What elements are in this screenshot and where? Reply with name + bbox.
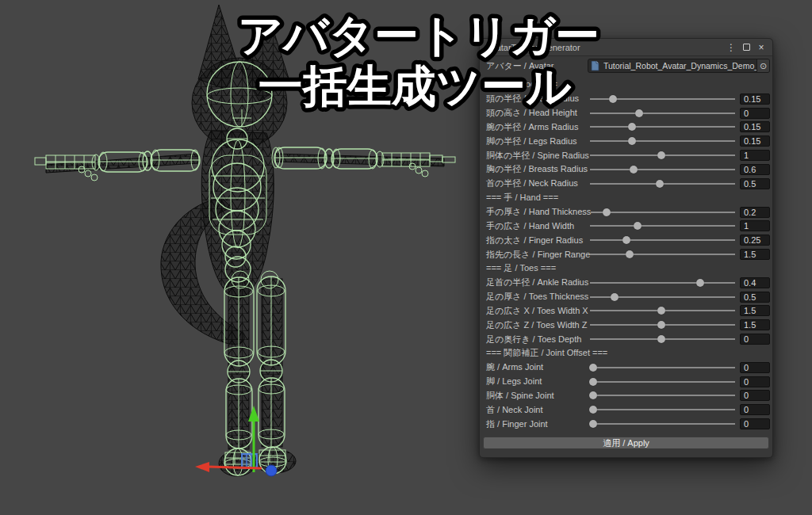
slider-thumb-icon[interactable] (696, 279, 704, 287)
slider-thumb-icon[interactable] (622, 236, 630, 244)
parameter-slider[interactable] (590, 391, 735, 400)
parameter-slider[interactable] (590, 306, 735, 315)
avatar-object-field[interactable]: Tutorial_Robot_Avatar_Dynamics_Demo_ ⊙ (588, 59, 770, 73)
slider-thumb-icon[interactable] (657, 307, 665, 315)
slider-thumb-icon[interactable] (628, 123, 636, 131)
parameter-value-field[interactable]: 0.5 (740, 292, 770, 303)
slider-thumb-icon[interactable] (589, 420, 597, 428)
parameter-slider[interactable] (590, 292, 735, 302)
parameter-slider[interactable] (590, 165, 735, 174)
slider-thumb-icon[interactable] (626, 250, 634, 258)
parameter-value-field[interactable]: 0 (740, 376, 770, 387)
slider-track[interactable] (590, 282, 735, 284)
parameter-slider[interactable] (590, 250, 735, 259)
parameter-row: 腕 / Arms Joint 0 (480, 360, 772, 375)
parameter-slider[interactable] (590, 122, 735, 132)
parameter-value-field[interactable]: 1 (740, 220, 770, 231)
slider-track[interactable] (590, 367, 735, 368)
slider-track[interactable] (590, 239, 735, 241)
parameter-slider[interactable] (590, 278, 735, 288)
parameter-label: 指の太さ / Finger Radius (486, 235, 590, 246)
slider-track[interactable] (590, 169, 735, 170)
parameter-value-field[interactable]: 0.5 (740, 178, 770, 189)
parameter-row: 胴体 / Spine Joint 0 (480, 389, 772, 403)
panel-titlebar[interactable]: AvatarTrigger Generator ⋮ × (480, 39, 772, 56)
parameter-slider[interactable] (590, 136, 735, 146)
parameter-value-field[interactable]: 0.6 (740, 164, 770, 175)
parameter-value-field[interactable]: 1.5 (740, 249, 770, 260)
parameter-value-field[interactable]: 0.2 (740, 207, 770, 218)
parameter-slider[interactable] (590, 179, 735, 189)
slider-track[interactable] (590, 395, 735, 396)
parameter-slider[interactable] (590, 405, 735, 414)
parameter-value-field[interactable]: 0 (740, 404, 770, 415)
slider-track[interactable] (590, 254, 735, 255)
parameter-label: 足首の半径 / Ankle Radius (486, 277, 590, 288)
parameter-slider[interactable] (590, 419, 735, 429)
parameter-slider[interactable] (590, 109, 735, 118)
slider-thumb-icon[interactable] (635, 109, 643, 117)
slider-thumb-icon[interactable] (657, 321, 665, 329)
parameter-slider[interactable] (590, 235, 735, 245)
apply-button[interactable]: 適用 / Apply (483, 437, 769, 449)
slider-thumb-icon[interactable] (589, 391, 597, 399)
close-icon[interactable]: × (755, 41, 768, 54)
parameter-value-field[interactable]: 0 (740, 362, 770, 373)
slider-thumb-icon[interactable] (630, 166, 638, 174)
slider-thumb-icon[interactable] (657, 335, 665, 343)
parameter-value-field[interactable]: 1.5 (740, 305, 770, 316)
section-header-row: === 手 / Hand === (480, 191, 772, 205)
parameter-value-field[interactable]: 1.5 (740, 319, 770, 330)
maximize-icon[interactable] (740, 41, 753, 54)
slider-track[interactable] (591, 212, 735, 213)
kebab-menu-icon[interactable]: ⋮ (725, 41, 737, 54)
parameter-value-field[interactable]: 0.15 (740, 93, 770, 105)
slider-track[interactable] (590, 126, 735, 128)
parameter-slider[interactable] (590, 377, 735, 387)
parameter-row: 足の広さ Z / Toes Width Z 1.5 (480, 318, 772, 332)
slider-track[interactable] (590, 140, 735, 142)
slider-thumb-icon[interactable] (609, 95, 617, 103)
slider-thumb-icon[interactable] (657, 151, 665, 159)
slider-track[interactable] (590, 113, 735, 114)
parameter-value-field[interactable]: 0.4 (740, 277, 770, 288)
parameter-label: 足の広さ Z / Toes Width Z (486, 319, 590, 331)
slider-thumb-icon[interactable] (611, 293, 619, 301)
parameter-rows: === 体 / Body === 頭の半径 / Head Radius 0.15… (480, 78, 772, 431)
parameter-row: 足の厚さ / Toes Thickness 0.5 (480, 290, 772, 304)
parameter-value-field[interactable]: 0 (740, 334, 770, 345)
parameter-value-field[interactable]: 0.15 (740, 121, 770, 132)
slider-track[interactable] (590, 423, 735, 425)
parameter-value-field[interactable]: 0.25 (740, 235, 770, 246)
parameter-value-field[interactable]: 0 (740, 418, 770, 429)
parameter-slider[interactable] (590, 334, 735, 344)
slider-thumb-icon[interactable] (589, 406, 597, 414)
parameter-value-field[interactable]: 0 (740, 108, 770, 119)
parameter-label: 脚の半径 / Legs Radius (486, 135, 590, 147)
parameter-slider[interactable] (590, 320, 735, 330)
slider-track[interactable] (590, 381, 735, 383)
parameter-slider[interactable] (591, 208, 735, 217)
slider-thumb-icon[interactable] (589, 364, 597, 372)
slider-thumb-icon[interactable] (589, 378, 597, 386)
gizmo-z-axis-handle-icon[interactable] (266, 465, 277, 476)
parameter-value-field[interactable]: 0.15 (740, 135, 770, 147)
slider-thumb-icon[interactable] (656, 180, 664, 188)
parameter-label: 手の広さ / Hand Width (486, 220, 590, 232)
parameter-value-field[interactable]: 0 (740, 390, 770, 401)
object-picker-icon[interactable]: ⊙ (756, 59, 769, 72)
parameter-slider[interactable] (590, 363, 735, 372)
parameter-slider[interactable] (590, 151, 735, 160)
slider-thumb-icon[interactable] (603, 208, 611, 216)
parameter-slider[interactable] (590, 221, 735, 231)
parameter-row: 首の半径 / Neck Radius 0.5 (480, 177, 772, 191)
parameter-label: 腕 / Arms Joint (486, 361, 590, 373)
slider-track[interactable] (590, 225, 735, 227)
parameter-row: 指の太さ / Finger Radius 0.25 (480, 233, 772, 247)
section-header-label: === 手 / Hand === (486, 192, 770, 204)
parameter-value-field[interactable]: 1 (740, 150, 770, 161)
slider-thumb-icon[interactable] (628, 137, 636, 145)
slider-thumb-icon[interactable] (634, 222, 642, 230)
parameter-slider[interactable] (590, 94, 735, 104)
slider-track[interactable] (590, 409, 735, 410)
